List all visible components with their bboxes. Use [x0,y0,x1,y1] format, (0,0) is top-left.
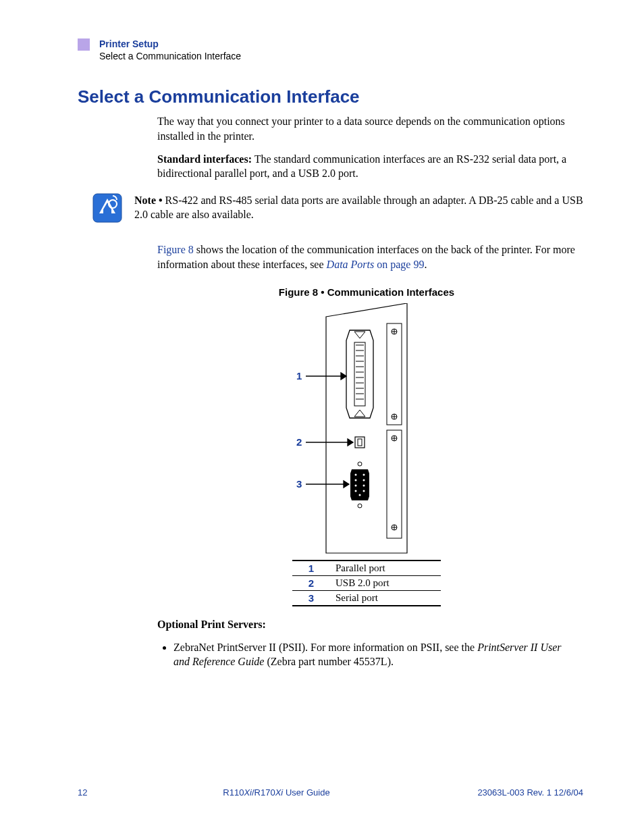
footer-guide-title: R110Xi/R170Xi User Guide [118,787,435,798]
data-ports-page[interactable]: on page 99 [374,259,424,270]
table-row: 1 Parallel port [292,561,441,576]
footer-rev-date: 23063L-003 Rev. 1 12/6/04 [435,787,583,798]
legend-label-2: USB 2.0 port [330,576,441,591]
bullet1-a: ZebraNet PrintServer II (PSII). For more… [173,642,477,653]
svg-point-37 [363,490,365,492]
footer-c-i1: Xi [244,787,252,798]
table-row: 3 Serial port [292,591,441,606]
svg-point-33 [363,479,365,481]
figure-ref-paragraph: Figure 8 shows the location of the commu… [157,242,576,271]
data-ports-link[interactable]: Data Ports [327,259,375,270]
list-item: ZebraNet PrintServer II (PSII). For more… [173,640,576,669]
figure-caption: Figure 8 • Communication Interfaces [157,286,576,298]
svg-point-36 [355,490,357,492]
footer-c-b: /R170 [252,787,275,798]
legend-num-1: 1 [292,561,330,576]
optional-servers-heading: Optional Print Servers: [157,617,576,632]
intro-paragraph: The way that you connect your printer to… [157,114,576,143]
header-marker [78,38,90,51]
legend-label-3: Serial port [330,591,441,606]
legend-num-3: 3 [292,591,330,606]
legend-table: 1 Parallel port 2 USB 2.0 port 3 Serial … [292,560,441,606]
note-icon [92,193,122,223]
legend-num-2: 2 [292,576,330,591]
svg-point-32 [355,479,357,481]
footer-c-i2: Xi [275,787,284,798]
page-header: Printer Setup Select a Communication Int… [78,38,583,62]
callout-3: 3 [296,478,302,490]
bullet1-b: (Zebra part number 45537L). [264,656,393,667]
svg-point-35 [363,485,365,487]
optional-servers-list: ZebraNet PrintServer II (PSII). For more… [157,640,576,669]
header-chapter: Printer Setup [99,38,241,50]
note-label: Note • [134,194,163,206]
note-body: RS-422 and RS-485 serial data ports are … [134,194,583,221]
footer-c-a: R110 [223,787,244,798]
standard-interfaces-paragraph: Standard interfaces: The standard commun… [157,152,576,181]
footer-c-c: User Guide [283,787,329,798]
para3c: . [424,259,427,270]
page-footer: 12 R110Xi/R170Xi User Guide 23063L-003 R… [78,787,583,798]
callout-2: 2 [296,436,302,448]
svg-rect-0 [93,194,122,222]
svg-point-34 [355,485,357,487]
svg-point-30 [355,474,357,476]
footer-page-number: 12 [78,787,118,798]
legend-label-1: Parallel port [330,561,441,576]
section-title: Select a Communication Interface [78,86,583,107]
table-row: 2 USB 2.0 port [292,576,441,591]
note-block: Note • RS-422 and RS-485 serial data por… [78,193,583,230]
svg-point-31 [363,474,365,476]
svg-point-38 [359,494,361,496]
standard-interfaces-label: Standard interfaces: [157,153,252,165]
callout-1: 1 [296,370,302,382]
figure-link[interactable]: Figure 8 [157,244,194,255]
header-section: Select a Communication Interface [99,50,241,62]
figure-diagram: 1 2 3 [279,303,454,560]
